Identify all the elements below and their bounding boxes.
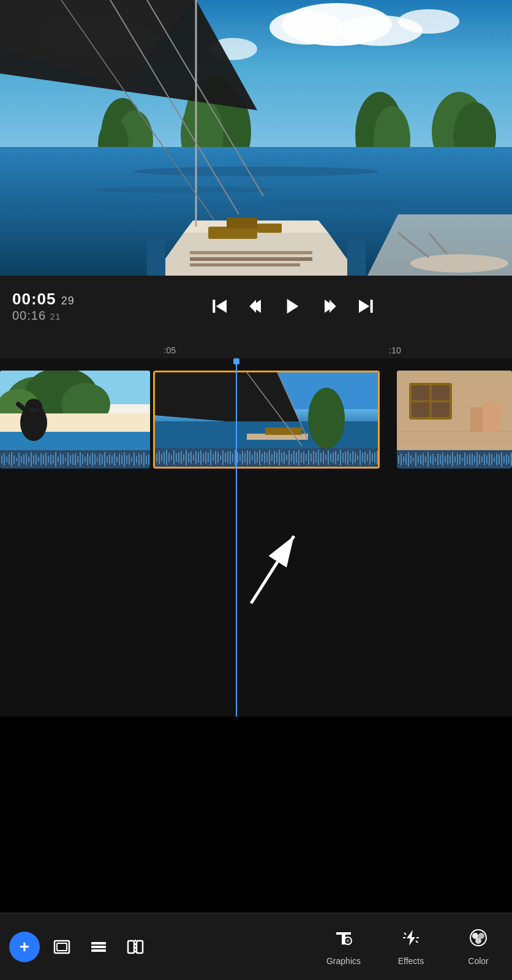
svg-rect-79 xyxy=(40,453,42,466)
svg-rect-263 xyxy=(472,453,473,466)
svg-rect-203 xyxy=(328,450,329,465)
tab-effects[interactable]: Effects xyxy=(377,913,445,980)
svg-rect-254 xyxy=(450,455,451,464)
svg-rect-199 xyxy=(318,450,319,466)
svg-rect-82 xyxy=(48,456,49,463)
svg-rect-158 xyxy=(217,452,219,463)
step-forward-icon xyxy=(320,296,339,316)
svg-rect-215 xyxy=(357,455,358,460)
svg-rect-193 xyxy=(303,451,304,464)
clip-building-audio xyxy=(397,450,512,469)
split-icon xyxy=(126,937,145,957)
svg-rect-191 xyxy=(298,450,299,466)
svg-rect-27 xyxy=(257,224,282,233)
clip-boat[interactable] xyxy=(153,371,380,469)
svg-rect-92 xyxy=(72,454,73,465)
clip-beach[interactable] xyxy=(0,371,150,469)
svg-line-294 xyxy=(416,941,418,943)
svg-rect-96 xyxy=(82,454,83,464)
step-forward-button[interactable] xyxy=(317,293,342,319)
go-to-start-icon xyxy=(209,296,229,316)
svg-rect-161 xyxy=(225,453,226,462)
step-back-button[interactable] xyxy=(243,293,269,319)
color-icon xyxy=(468,927,489,952)
svg-rect-85 xyxy=(55,452,56,467)
svg-rect-276 xyxy=(503,456,505,463)
svg-rect-177 xyxy=(264,451,265,464)
svg-rect-147 xyxy=(190,451,192,464)
step-back-icon xyxy=(246,296,266,316)
trim-button[interactable] xyxy=(47,932,77,962)
svg-rect-223 xyxy=(377,451,378,464)
tracks-container xyxy=(0,358,512,717)
svg-rect-190 xyxy=(296,452,297,463)
svg-point-22 xyxy=(263,200,410,205)
current-frame: 29 xyxy=(61,295,75,307)
svg-rect-28 xyxy=(147,239,165,276)
svg-rect-64 xyxy=(4,453,5,466)
playhead-handle[interactable] xyxy=(233,358,239,364)
svg-point-21 xyxy=(92,187,276,193)
svg-rect-205 xyxy=(333,452,334,463)
svg-point-5 xyxy=(269,10,343,45)
align-button[interactable] xyxy=(84,932,113,962)
svg-rect-77 xyxy=(36,454,37,465)
svg-point-298 xyxy=(475,938,481,944)
svg-rect-179 xyxy=(269,450,270,465)
svg-rect-40 xyxy=(190,257,312,261)
svg-rect-267 xyxy=(481,456,483,462)
svg-rect-200 xyxy=(320,453,322,462)
svg-rect-171 xyxy=(249,451,250,464)
svg-point-20 xyxy=(134,167,378,176)
svg-rect-154 xyxy=(208,453,209,462)
svg-rect-219 xyxy=(367,454,368,461)
play-button[interactable] xyxy=(280,293,306,319)
svg-rect-113 xyxy=(124,452,125,467)
svg-rect-58 xyxy=(0,432,150,450)
svg-rect-144 xyxy=(183,454,184,461)
go-to-end-button[interactable] xyxy=(353,293,379,319)
svg-rect-153 xyxy=(205,451,206,464)
svg-rect-159 xyxy=(220,455,221,460)
svg-rect-241 xyxy=(418,456,419,463)
go-to-start-button[interactable] xyxy=(206,293,232,319)
toolbar-left: + xyxy=(0,932,310,962)
tab-graphics-label: Graphics xyxy=(326,956,361,966)
add-button[interactable]: + xyxy=(9,932,40,962)
svg-rect-178 xyxy=(266,453,268,462)
svg-rect-243 xyxy=(423,453,424,466)
svg-rect-192 xyxy=(301,453,302,462)
svg-rect-43 xyxy=(213,300,215,312)
svg-rect-101 xyxy=(94,454,96,465)
svg-rect-109 xyxy=(114,453,115,466)
svg-rect-118 xyxy=(136,456,137,463)
playhead[interactable] xyxy=(236,358,237,717)
svg-rect-196 xyxy=(311,453,312,462)
svg-rect-90 xyxy=(67,453,69,466)
play-icon xyxy=(283,296,303,316)
svg-rect-287 xyxy=(128,941,134,953)
svg-rect-108 xyxy=(111,455,113,464)
svg-rect-168 xyxy=(242,451,243,464)
svg-rect-188 xyxy=(291,453,292,462)
clip-building[interactable] xyxy=(397,371,512,469)
svg-rect-148 xyxy=(193,454,194,461)
svg-rect-248 xyxy=(435,457,436,462)
svg-rect-122 xyxy=(146,455,147,464)
svg-rect-274 xyxy=(499,454,500,464)
svg-rect-217 xyxy=(362,453,363,462)
svg-rect-105 xyxy=(104,452,105,467)
svg-point-7 xyxy=(398,9,459,34)
svg-rect-277 xyxy=(506,454,507,465)
svg-rect-212 xyxy=(350,453,351,462)
svg-rect-68 xyxy=(13,455,15,464)
svg-rect-87 xyxy=(60,453,61,466)
tab-graphics[interactable]: Graphics xyxy=(310,913,377,980)
tab-color[interactable]: Color xyxy=(445,913,512,980)
svg-rect-251 xyxy=(442,453,443,466)
svg-rect-252 xyxy=(445,456,446,463)
svg-rect-221 xyxy=(372,453,373,462)
timeline-area[interactable]: :05 :10 xyxy=(0,337,512,717)
svg-rect-172 xyxy=(252,454,253,461)
split-button[interactable] xyxy=(121,932,150,962)
